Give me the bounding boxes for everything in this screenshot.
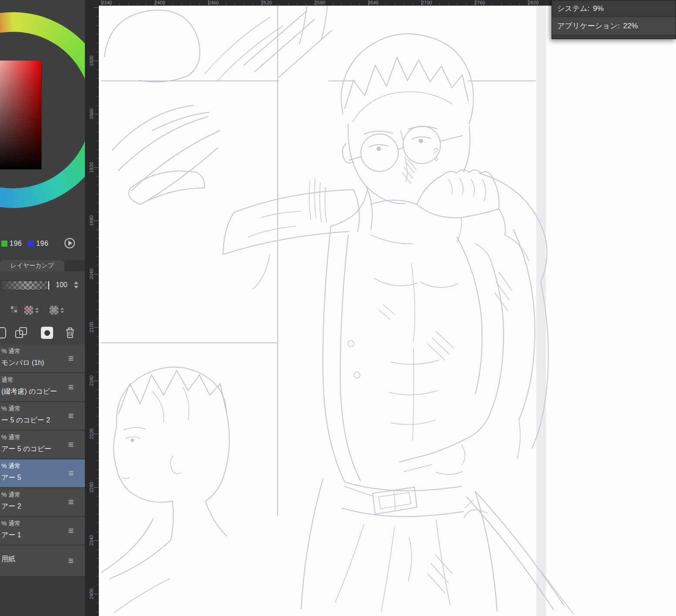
opacity-control: 100 (0, 281, 85, 291)
ruler-label: 2400 (88, 588, 94, 600)
new-layer-icon[interactable] (0, 327, 6, 338)
layer-row[interactable]: % 通常 アー 5 のコピー ≡ (0, 431, 85, 459)
ruler-label: 2700 (420, 0, 432, 5)
ruler-label: 2340 (88, 534, 94, 546)
application-usage-value: 22% (623, 22, 638, 30)
layer-row[interactable]: % 通常 ー 5 のコピー 2 ≡ (0, 402, 85, 431)
vertical-ruler: 1800 1860 1920 1980 2040 2100 2160 2220 … (85, 6, 99, 616)
ruler-label: 2220 (88, 428, 94, 440)
layer-row[interactable]: 通常 (綴考慮) のコピー ≡ (0, 373, 85, 402)
layer-row-paper[interactable]: 用紙 ≡ (0, 546, 85, 577)
saturation-value-square[interactable] (0, 60, 42, 170)
layer-menu-icon[interactable]: ≡ (68, 411, 74, 421)
chevron-updown-icon (61, 308, 64, 313)
opacity-slider-handle[interactable] (48, 281, 49, 290)
blue-swatch (28, 241, 34, 247)
green-swatch (1, 241, 7, 247)
chevron-updown-icon (35, 308, 39, 313)
system-usage-value: 9% (593, 4, 604, 13)
system-usage-label: システム: (557, 3, 589, 13)
ruler-label: 2100 (88, 321, 94, 333)
duplicate-layer-icon[interactable] (15, 327, 28, 341)
clip-studio-paint-window: 2340 2400 2460 2520 2580 2640 2700 2760 … (0, 0, 676, 616)
stepper-down-icon[interactable] (74, 286, 78, 288)
canvas-sketch (99, 6, 676, 616)
layer-action-toolbar (0, 325, 85, 342)
ruler-label: 2160 (88, 375, 94, 387)
palette-tab-strip: レイヤーカンプ (0, 260, 85, 271)
tab-label: レイヤーカンプ (10, 262, 54, 270)
opacity-stepper[interactable] (73, 281, 79, 288)
ruler-label: 2340 (100, 0, 112, 5)
ruler-label: 2040 (88, 268, 94, 280)
tab-layer-comp[interactable]: レイヤーカンプ (0, 260, 64, 271)
opacity-value: 100 (56, 281, 67, 289)
ruler-label: 2820 (526, 0, 538, 5)
checker-x-icon: ✕ (50, 306, 58, 315)
performance-overlay: システム: 9% アプリケーション: 22% (552, 0, 676, 39)
checker-x-icon: ✕ (24, 306, 33, 315)
ruler-label: 1980 (88, 214, 94, 227)
ruler-label: 2580 (313, 0, 325, 5)
layer-effect-button[interactable]: ✕ (50, 303, 72, 317)
left-panel: 196 196 レイヤーカンプ 100 (0, 0, 85, 616)
layer-menu-icon[interactable]: ≡ (68, 497, 74, 507)
layer-effect-toolbar: ✕ ✕ (0, 302, 85, 318)
ruler-label: 2760 (473, 0, 485, 5)
rgb-readout: 196 196 (0, 238, 85, 250)
ruler-corner (85, 0, 99, 6)
alpha-lock-icon[interactable] (10, 306, 17, 315)
ruler-label: 2460 (206, 0, 219, 5)
color-wheel-toggle-icon[interactable] (64, 238, 75, 251)
layer-menu-icon[interactable]: ≡ (68, 382, 74, 392)
clip-mask-button[interactable]: ✕ (24, 303, 47, 317)
ruler-label: 2400 (153, 0, 165, 5)
layer-row-selected[interactable]: % 通常 アー 5 ≡ (0, 459, 85, 488)
opacity-slider[interactable] (0, 281, 50, 290)
layer-menu-icon[interactable]: ≡ (68, 468, 74, 479)
layer-menu-icon[interactable]: ≡ (68, 526, 74, 536)
application-usage-label: アプリケーション: (557, 21, 620, 31)
layer-list: % 通常 モンパロ (1h) ≡ 通常 (綴考慮) のコピー ≡ % 通常 ー … (0, 345, 85, 616)
layer-menu-icon[interactable]: ≡ (68, 439, 74, 450)
ruler-label: 2520 (259, 0, 272, 5)
ruler-label: 2640 (366, 0, 378, 5)
green-value: 196 (10, 240, 22, 248)
blue-value: 196 (36, 240, 48, 248)
stepper-up-icon[interactable] (74, 281, 78, 284)
layer-menu-icon[interactable]: ≡ (68, 556, 74, 566)
layer-row[interactable]: % 通常 アー 1 ≡ (0, 517, 85, 546)
ruler-label: 1860 (88, 108, 94, 120)
add-mask-icon[interactable] (41, 327, 53, 339)
ruler-label: 1920 (88, 161, 94, 174)
layer-menu-icon[interactable]: ≡ (68, 353, 74, 364)
layer-row[interactable]: % 通常 アー 2 ≡ (0, 488, 85, 517)
application-usage-row: アプリケーション: 22% (552, 17, 676, 35)
ruler-label: 1800 (88, 55, 94, 67)
layer-row[interactable]: % 通常 モンパロ (1h) ≡ (0, 345, 85, 373)
ruler-label: 2280 (88, 481, 94, 493)
system-usage-row: システム: 9% (552, 0, 676, 17)
delete-layer-icon[interactable] (65, 327, 75, 341)
